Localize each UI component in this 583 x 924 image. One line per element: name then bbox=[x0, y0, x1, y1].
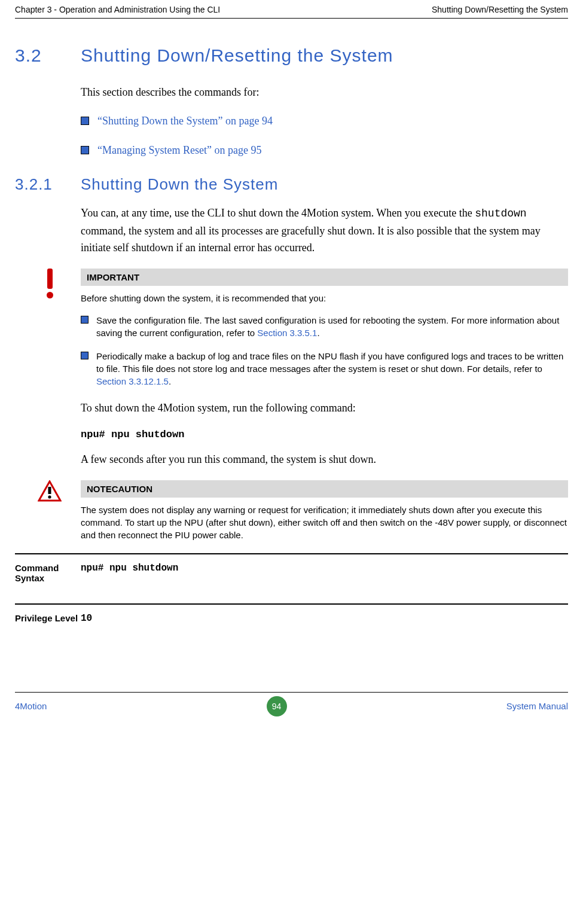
section-title: Shutting Down/Resetting the System bbox=[81, 45, 393, 66]
svg-point-2 bbox=[48, 495, 51, 498]
page-header: Chapter 3 - Operation and Administration… bbox=[15, 0, 568, 19]
row-value: npu# npu shutdown bbox=[81, 554, 568, 604]
caution-head: NOTECAUTION bbox=[81, 480, 568, 498]
subsection-title: Shutting Down the System bbox=[81, 175, 278, 194]
important-item: Periodically make a backup of log and tr… bbox=[81, 350, 568, 388]
row-value: 10 bbox=[81, 604, 568, 644]
inline-command: shutdown bbox=[475, 208, 526, 219]
important-icon bbox=[38, 269, 62, 303]
important-label: IMPORTANT bbox=[87, 272, 139, 282]
table-row: Command Syntax npu# npu shutdown bbox=[15, 554, 568, 604]
header-left: Chapter 3 - Operation and Administration… bbox=[15, 5, 220, 14]
important-bullets: Save the configuration file. The last sa… bbox=[81, 314, 568, 388]
caution-callout: NOTECAUTION The system does not display … bbox=[81, 480, 568, 541]
header-right: Shutting Down/Resetting the System bbox=[432, 5, 568, 14]
section-number: 3.2 bbox=[15, 45, 81, 66]
important-head: IMPORTANT bbox=[81, 269, 568, 286]
link-text: “Shutting Down the System” on page 94 bbox=[97, 115, 273, 127]
table-row: Privilege Level 10 bbox=[15, 604, 568, 644]
important-callout: IMPORTANT Before shutting down the syste… bbox=[81, 269, 568, 388]
section-bullets: “Shutting Down the System” on page 94 “M… bbox=[81, 113, 568, 158]
svg-rect-1 bbox=[48, 487, 51, 494]
bullet-link-reset[interactable]: “Managing System Reset” on page 95 bbox=[81, 142, 568, 158]
para-text-a: You can, at any time, use the CLI to shu… bbox=[81, 207, 475, 219]
bullet-link-shutdown[interactable]: “Shutting Down the System” on page 94 bbox=[81, 113, 568, 129]
page-footer: 4Motion 94 System Manual bbox=[15, 692, 568, 716]
caution-body: The system does not display any warning … bbox=[81, 498, 568, 541]
run-command-lead: To shut down the 4Motion system, run the… bbox=[81, 400, 568, 417]
item-text-b: . bbox=[317, 328, 319, 338]
important-lead: Before shutting down the system, it is r… bbox=[81, 292, 568, 304]
run-command-after: A few seconds after you run this command… bbox=[81, 451, 568, 468]
section-link[interactable]: Section 3.3.12.1.5 bbox=[96, 376, 169, 386]
row-label: Privilege Level bbox=[15, 604, 81, 644]
subsection-para: You can, at any time, use the CLI to shu… bbox=[81, 205, 568, 257]
item-text-a: Save the configuration file. The last sa… bbox=[96, 315, 559, 338]
item-text-b: . bbox=[169, 376, 171, 386]
caution-icon bbox=[38, 480, 62, 515]
subsection-heading: 3.2.1 Shutting Down the System bbox=[15, 175, 568, 194]
item-text-a: Periodically make a backup of log and tr… bbox=[96, 351, 563, 374]
section-intro: This section describes the commands for: bbox=[81, 84, 568, 101]
row-label: Command Syntax bbox=[15, 554, 81, 604]
section-link[interactable]: Section 3.3.5.1 bbox=[257, 328, 317, 338]
important-body: Before shutting down the system, it is r… bbox=[81, 286, 568, 388]
page-number: 94 bbox=[267, 696, 287, 716]
important-item: Save the configuration file. The last sa… bbox=[81, 314, 568, 339]
section-heading: 3.2 Shutting Down/Resetting the System bbox=[15, 45, 568, 66]
caution-label: NOTECAUTION bbox=[87, 484, 152, 494]
link-text: “Managing System Reset” on page 95 bbox=[97, 144, 261, 156]
footer-right: System Manual bbox=[506, 701, 568, 711]
command-line: npu# npu shutdown bbox=[81, 429, 568, 440]
subsection-number: 3.2.1 bbox=[15, 175, 81, 194]
command-info-table: Command Syntax npu# npu shutdown Privile… bbox=[15, 553, 568, 644]
footer-left: 4Motion bbox=[15, 701, 47, 711]
para-text-b: command, the system and all its processe… bbox=[81, 225, 541, 254]
